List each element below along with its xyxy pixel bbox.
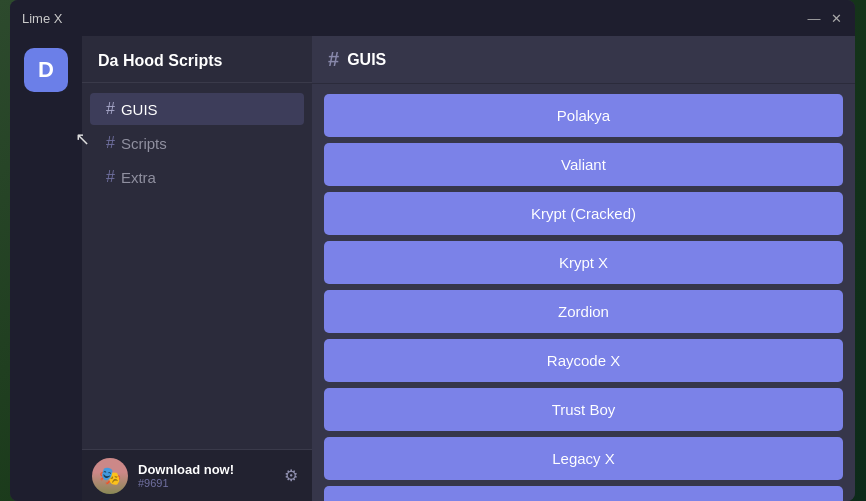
- avatar-face: 🎭: [92, 458, 128, 494]
- window-title: Lime X: [22, 11, 62, 26]
- channel-item-guis[interactable]: # GUIS: [90, 93, 304, 125]
- script-button-0[interactable]: Polakya: [324, 94, 843, 137]
- channel-header: # GUIS: [312, 36, 855, 84]
- close-button[interactable]: ✕: [829, 11, 843, 25]
- scripts-list: PolakyaValiantKrypt (Cracked)Krypt XZord…: [312, 84, 855, 501]
- hash-icon-scripts: #: [106, 134, 115, 152]
- channel-label-scripts: Scripts: [121, 135, 167, 152]
- user-id: #9691: [138, 477, 270, 489]
- script-button-8[interactable]: Rayzor X (Good For Godmode): [324, 486, 843, 501]
- user-avatar: 🎭: [92, 458, 128, 494]
- main-content: # GUIS PolakyaValiantKrypt (Cracked)Kryp…: [312, 36, 855, 501]
- title-bar-controls: — ✕: [807, 11, 843, 25]
- script-button-2[interactable]: Krypt (Cracked): [324, 192, 843, 235]
- channel-list: # GUIS # Scripts # Extra: [82, 83, 312, 449]
- icon-bar: D: [10, 36, 82, 501]
- script-button-4[interactable]: Zordion: [324, 290, 843, 333]
- hash-icon-extra: #: [106, 168, 115, 186]
- hash-icon-guis: #: [106, 100, 115, 118]
- content-area: D Da Hood Scripts # GUIS # Scripts # Ext…: [10, 36, 855, 501]
- channel-label-extra: Extra: [121, 169, 156, 186]
- script-button-6[interactable]: Trust Boy: [324, 388, 843, 431]
- channel-item-extra[interactable]: # Extra: [90, 161, 304, 193]
- channel-sidebar: Da Hood Scripts # GUIS # Scripts # Extra: [82, 36, 312, 501]
- server-title: Da Hood Scripts: [82, 36, 312, 83]
- channel-header-hash-icon: #: [328, 48, 339, 71]
- avatar[interactable]: D: [24, 48, 68, 92]
- channel-header-name: GUIS: [347, 51, 386, 69]
- minimize-button[interactable]: —: [807, 11, 821, 25]
- channel-item-scripts[interactable]: # Scripts: [90, 127, 304, 159]
- script-button-5[interactable]: Raycode X: [324, 339, 843, 382]
- channel-label-guis: GUIS: [121, 101, 158, 118]
- title-bar: Lime X — ✕: [10, 0, 855, 36]
- user-info: Download now! #9691: [138, 462, 270, 489]
- user-bar: 🎭 Download now! #9691 ⚙: [82, 449, 312, 501]
- title-bar-left: Lime X: [22, 11, 62, 26]
- settings-button[interactable]: ⚙: [280, 462, 302, 489]
- script-button-1[interactable]: Valiant: [324, 143, 843, 186]
- user-name: Download now!: [138, 462, 270, 477]
- script-button-3[interactable]: Krypt X: [324, 241, 843, 284]
- script-button-7[interactable]: Legacy X: [324, 437, 843, 480]
- main-window: Lime X — ✕ D Da Hood Scripts # GUIS # Sc…: [10, 0, 855, 501]
